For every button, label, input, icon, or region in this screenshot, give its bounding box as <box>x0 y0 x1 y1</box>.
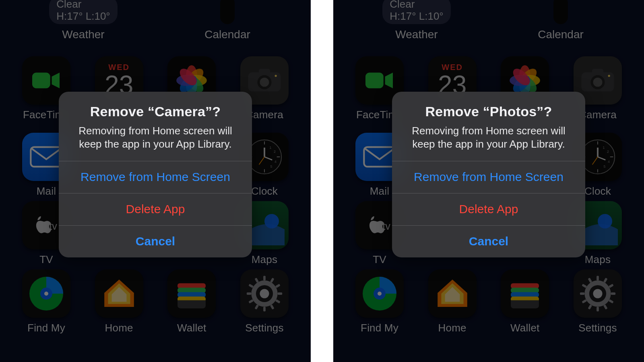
home-screen-right: Clear H:17° L:10° Weather Calendar FaceT… <box>333 0 644 362</box>
delete-app-button[interactable]: Delete App <box>392 193 585 225</box>
alert-message: Removing from Home screen will keep the … <box>69 124 242 151</box>
delete-app-button[interactable]: Delete App <box>59 193 252 225</box>
remove-from-home-button[interactable]: Remove from Home Screen <box>392 161 585 193</box>
remove-from-home-button[interactable]: Remove from Home Screen <box>59 161 252 193</box>
remove-app-alert: Remove “Photos”? Removing from Home scre… <box>392 92 585 257</box>
remove-app-alert: Remove “Camera”? Removing from Home scre… <box>59 92 252 257</box>
alert-message: Removing from Home screen will keep the … <box>402 124 575 151</box>
cancel-button[interactable]: Cancel <box>392 225 585 257</box>
cancel-button[interactable]: Cancel <box>59 225 252 257</box>
home-screen-left: Clear H:17° L:10° Weather Calendar FaceT… <box>0 0 311 362</box>
alert-title: Remove “Photos”? <box>402 104 575 119</box>
alert-title: Remove “Camera”? <box>69 104 242 119</box>
